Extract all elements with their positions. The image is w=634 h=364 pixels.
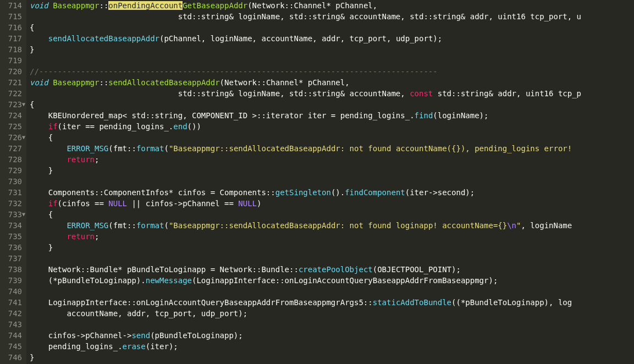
token [48,78,53,87]
line-number: 744 [2,330,22,341]
code-line[interactable]: ERROR_MSG(fmt::format("Baseappmgr::sendA… [30,143,634,154]
code-line[interactable]: sendAllocatedBaseappAddr(pChannel, login… [30,33,634,44]
code-line[interactable]: { [30,132,634,143]
token: sendAllocatedBaseappAddr [48,34,159,43]
line-number: 730 [2,176,22,187]
code-line[interactable]: { [30,22,634,33]
code-line[interactable]: void Baseappmgr::onPendingAccountGetBase… [30,0,634,11]
token: (iter->second); [405,188,475,197]
token: ERROR_MSG [67,144,108,153]
code-line[interactable]: //--------------------------------------… [30,66,634,77]
code-line[interactable]: } [30,242,634,253]
token: ( [164,144,168,153]
token: format [136,221,164,230]
token: (iter == pending_logins_. [58,122,174,131]
token: (pBundleToLoginapp); [150,331,243,340]
token: staticAddToBundle [373,298,451,307]
fold-marker-icon[interactable]: ▼ [22,132,25,143]
code-line[interactable]: if(cinfos == NULL || cinfos->pChannel ==… [30,198,634,209]
token: sendAllocatedBaseappAddr [108,78,219,87]
token: ) [257,199,261,208]
line-number: 719 [2,55,22,66]
token: getSingleton [275,188,331,197]
line-number: 727 [2,143,22,154]
code-line[interactable]: accountName, addr, tcp_port, udp_port); [30,308,634,319]
token: "Baseappmgr::sendAllocatedBaseappAddr: n… [169,221,507,230]
code-line[interactable] [30,253,634,264]
token: ((*pBundleToLoginapp), log [451,298,572,307]
line-number: 724 [2,110,22,121]
token: (). [331,188,345,197]
token: ()) [188,122,201,131]
code-line[interactable] [30,286,634,297]
token: send [131,331,150,340]
code-line[interactable]: Components::ComponentInfos* cinfos = Com… [30,187,634,198]
token: (LoginappInterface::onLoginAccountQueryB… [192,276,498,285]
code-line[interactable]: cinfos->pChannel->send(pBundleToLoginapp… [30,330,634,341]
line-number: 726▼ [2,132,22,143]
line-number: 731 [2,187,22,198]
token: GetBaseappAddr [183,1,247,10]
code-line[interactable]: pending_logins_.erase(iter); [30,341,634,352]
code-line[interactable]: std::string& loginName, std::string& acc… [30,88,634,99]
line-number: 720 [2,66,22,77]
fold-marker-icon[interactable]: ▼ [22,209,25,220]
token: \n [507,221,516,230]
code-area[interactable]: void Baseappmgr::onPendingAccountGetBase… [26,0,634,364]
token: std::string& loginName, std::string& acc… [30,12,581,21]
code-line[interactable] [30,55,634,66]
line-number: 745 [2,341,22,352]
token: find [415,111,433,120]
code-line[interactable]: { [30,209,634,220]
line-number: 737 [2,253,22,264]
code-editor[interactable]: 714715716717718719720721722723▼724725726… [0,0,634,364]
token: "Baseappmgr::sendAllocatedBaseappAddr: n… [169,144,572,153]
token: (Network::Channel* pChannel, [220,78,350,87]
token: } [30,243,53,252]
token: createPoolObject [299,265,373,274]
token: Baseappmgr [53,78,99,87]
token: ( [164,221,168,230]
fold-marker-icon[interactable]: ▼ [22,99,25,110]
token: || cinfos->pChannel == [127,199,238,208]
token: end [173,122,187,131]
code-line[interactable]: LoginappInterface::onLoginAccountQueryBa… [30,297,634,308]
token: newMessage [146,276,192,285]
code-line[interactable]: } [30,165,634,176]
line-number: 715 [2,11,22,22]
code-line[interactable]: { [30,99,634,110]
token: (Network::Channel* pChannel, [247,1,377,10]
token: NULL [238,199,257,208]
token [30,221,67,230]
code-line[interactable]: } [30,352,634,363]
token: Components::ComponentInfos* cinfos = Com… [30,188,275,197]
line-number: 736 [2,242,22,253]
code-line[interactable]: return; [30,231,634,242]
code-line[interactable]: std::string& loginName, std::string& acc… [30,11,634,22]
token [48,1,53,10]
token: return [67,232,95,241]
token: { [30,210,53,219]
token [30,144,67,153]
code-line[interactable]: } [30,44,634,55]
code-line[interactable]: ERROR_MSG(fmt::format("Baseappmgr::sendA… [30,220,634,231]
token: { [30,100,34,109]
line-number: 735 [2,231,22,242]
token: if [48,122,58,131]
token: :: [99,78,108,87]
token: erase [123,342,146,351]
line-number: 738 [2,264,22,275]
token: //--------------------------------------… [30,67,438,76]
line-number: 728 [2,154,22,165]
code-line[interactable]: KBEUnordered_map< std::string, COMPONENT… [30,110,634,121]
code-line[interactable] [30,319,634,330]
code-line[interactable]: void Baseappmgr::sendAllocatedBaseappAdd… [30,77,634,88]
code-line[interactable]: Network::Bundle* pBundleToLoginapp = Net… [30,264,634,275]
token: { [30,23,34,32]
code-line[interactable]: if(iter == pending_logins_.end()) [30,121,634,132]
code-line[interactable]: return; [30,154,634,165]
token: , loginName [521,221,572,230]
code-line[interactable] [30,176,634,187]
code-line[interactable]: (*pBundleToLoginapp).newMessage(Loginapp… [30,275,634,286]
line-number: 716 [2,22,22,33]
